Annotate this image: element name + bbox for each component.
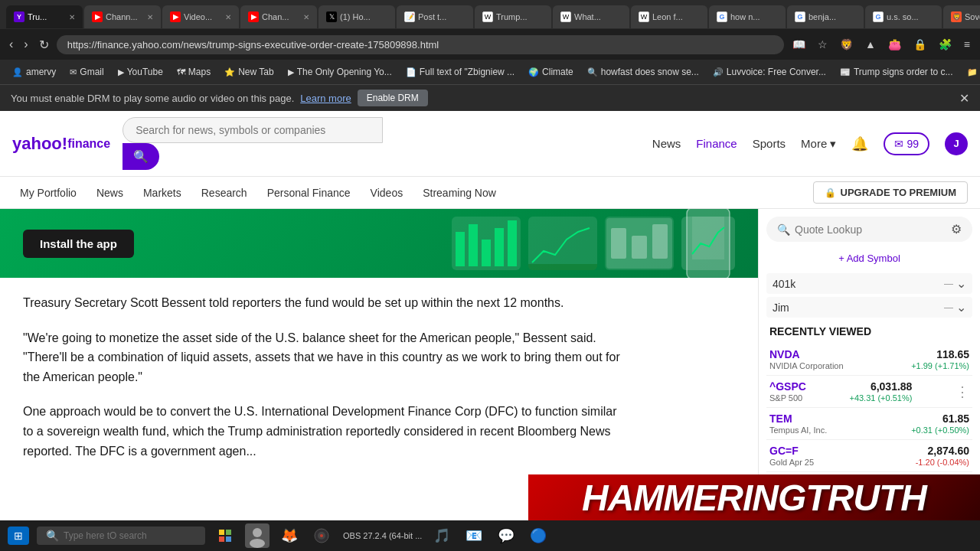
bookmark-trump[interactable]: 📰 Trump signs order to c... xyxy=(834,64,959,80)
taskbar-icon-explorer[interactable] xyxy=(213,523,237,548)
vpn-button[interactable]: 🔒 xyxy=(910,36,930,53)
taskbar-icon-spotify[interactable]: 🎵 xyxy=(430,523,454,548)
nav-more[interactable]: More ▾ xyxy=(801,137,836,151)
subnav-personal-finance[interactable]: Personal Finance xyxy=(260,184,358,202)
notifications-button[interactable]: 🔔 xyxy=(851,135,868,152)
brave-shield-button[interactable]: 🦁 xyxy=(836,36,857,53)
watchlist-expand-jim[interactable]: ⌄ xyxy=(956,300,966,315)
yahoo-logo[interactable]: yahoo! finance xyxy=(12,134,110,154)
wallet-button[interactable]: 👛 xyxy=(884,36,905,53)
bookmark-icon-amervy: 👤 xyxy=(12,67,23,77)
tab-9[interactable]: G how n... xyxy=(709,5,786,28)
user-avatar[interactable]: J xyxy=(945,132,968,155)
stock-more-icon-gspc[interactable]: ⋮ xyxy=(956,383,969,400)
upgrade-to-premium-button[interactable]: 🔒 UPGRADE TO PREMIUM xyxy=(813,181,968,204)
stock-item-tem[interactable]: TEM Tempus AI, Inc. 61.85 +0.31 (+0.50%) xyxy=(766,408,972,440)
bookmark-newtab[interactable]: ⭐ New Tab xyxy=(218,64,279,80)
subnav-portfolio[interactable]: My Portfolio xyxy=(12,184,84,202)
tab-6[interactable]: W Trump... xyxy=(475,5,551,28)
url-input[interactable] xyxy=(57,35,784,54)
subnav-streaming[interactable]: Streaming Now xyxy=(415,184,504,202)
svg-rect-15 xyxy=(226,536,231,542)
tab-3[interactable]: ▶ Chan... ✕ xyxy=(240,5,317,28)
search-input[interactable] xyxy=(122,117,383,143)
watchlist-expand-401k[interactable]: ⌄ xyxy=(956,276,966,291)
taskbar-icon-firefox[interactable]: 🦊 xyxy=(277,523,302,548)
bookmark-other[interactable]: 📁 Other Bookmarks xyxy=(961,64,980,80)
subnav-research[interactable]: Research xyxy=(194,184,255,202)
bookmark-gmail[interactable]: ✉ Gmail xyxy=(64,64,109,80)
install-app-button[interactable]: Install the app xyxy=(23,230,134,258)
article-paragraph-1: Treasury Secretary Scott Bessent told re… xyxy=(23,293,628,313)
taskbar-icon-skype[interactable]: 🔵 xyxy=(526,523,550,548)
tab-title-4: (1) Ho... xyxy=(340,12,387,21)
stock-name-gspc: S&P 500 xyxy=(769,393,806,403)
nav-news[interactable]: News xyxy=(652,137,681,150)
tab-close-active[interactable]: ✕ xyxy=(69,13,75,21)
tab-11[interactable]: G u.s. so... xyxy=(865,5,942,28)
tab-active[interactable]: Y Tru... ✕ xyxy=(6,5,83,28)
reader-mode-button[interactable]: 📖 xyxy=(789,36,809,53)
bookmark-youtube[interactable]: ▶ YouTube xyxy=(112,64,169,80)
extensions-button[interactable]: 🧩 xyxy=(935,36,956,53)
stock-info-tem: TEM Tempus AI, Inc. xyxy=(769,412,827,435)
drm-learn-link[interactable]: Learn more xyxy=(300,93,351,104)
tab-close-3[interactable]: ✕ xyxy=(303,13,309,21)
stock-item-nvda[interactable]: NVDA NVIDIA Corporation 118.65 +1.99 (+1… xyxy=(766,344,972,376)
watchlist-jim: Jim — ⌄ xyxy=(766,297,972,318)
price-nvda: 118.65 xyxy=(936,348,969,360)
tab-title-6: Trump... xyxy=(496,12,544,21)
quote-lookup-container: 🔍 ⚙ xyxy=(766,217,972,242)
bookmark-icon-other: 📁 xyxy=(967,67,978,77)
bookmark-fulltext[interactable]: 📄 Full text of "Zbigniew ... xyxy=(400,64,521,80)
bookmark-luvvoice[interactable]: 🔊 Luvvoice: Free Conver... xyxy=(707,64,832,80)
start-button[interactable]: ⊞ xyxy=(8,527,29,545)
bookmark-maps[interactable]: 🗺 Maps xyxy=(171,64,217,80)
drm-enable-button[interactable]: Enable DRM xyxy=(358,90,428,106)
bookmarks-bar: 👤 amervy ✉ Gmail ▶ YouTube 🗺 Maps ⭐ New … xyxy=(0,60,980,84)
bookmark-star-button[interactable]: ☆ xyxy=(814,36,831,53)
tab-7[interactable]: W What... xyxy=(553,5,629,28)
bookmark-howfast[interactable]: 🔍 howfast does snow se... xyxy=(581,64,705,80)
taskbar-icon-avatar[interactable] xyxy=(245,523,270,548)
drm-message: You must enable DRM to play some audio o… xyxy=(11,93,294,104)
mail-button[interactable]: ✉ 99 xyxy=(884,132,929,155)
tab-close-1[interactable]: ✕ xyxy=(147,13,153,21)
add-symbol-button[interactable]: + Add Symbol xyxy=(766,249,972,267)
nav-sports[interactable]: Sports xyxy=(753,137,786,150)
tab-2[interactable]: ▶ Video... ✕ xyxy=(162,5,239,28)
drm-close-button[interactable]: ✕ xyxy=(959,91,969,106)
back-button[interactable]: ‹ xyxy=(6,34,16,54)
stock-item-gspc[interactable]: ^GSPC S&P 500 6,031.88 +43.31 (+0.51%) ⋮ xyxy=(766,376,972,408)
stock-price-nvda: 118.65 +1.99 (+1.71%) xyxy=(911,348,969,370)
bookmark-amervy[interactable]: 👤 amervy xyxy=(6,64,62,80)
brave-rewards-button[interactable]: ▲ xyxy=(861,36,880,53)
tab-5[interactable]: 📝 Post t... xyxy=(397,5,473,28)
tab-close-2[interactable]: ✕ xyxy=(225,13,231,21)
subnav-markets[interactable]: Markets xyxy=(136,184,189,202)
subnav-videos[interactable]: Videos xyxy=(363,184,411,202)
tab-favicon-2: ▶ xyxy=(170,11,181,22)
bookmark-climate[interactable]: 🌍 Climate xyxy=(522,64,580,80)
taskbar-icon-mail[interactable]: 📧 xyxy=(462,523,486,548)
tab-4[interactable]: 𝕏 (1) Ho... xyxy=(318,5,395,28)
tab-1[interactable]: ▶ Chann... ✕ xyxy=(84,5,161,28)
quote-lookup-input[interactable] xyxy=(795,223,946,236)
stock-item-gcf[interactable]: GC=F Gold Apr 25 2,874.60 -1.20 (-0.04%) xyxy=(766,440,972,472)
menu-button[interactable]: ≡ xyxy=(960,36,974,53)
search-button[interactable]: 🔍 xyxy=(122,143,159,170)
taskbar-icon-discord[interactable]: 💬 xyxy=(494,523,518,548)
forward-button[interactable]: › xyxy=(21,34,31,54)
taskbar-icon-obs[interactable] xyxy=(309,523,334,548)
tab-12[interactable]: 🦁 Sover... xyxy=(943,5,980,28)
svg-rect-9 xyxy=(652,224,668,259)
svg-rect-7 xyxy=(611,228,626,259)
taskbar-search-input[interactable] xyxy=(64,530,171,541)
reload-button[interactable]: ↻ xyxy=(36,34,52,55)
nav-finance[interactable]: Finance xyxy=(696,137,737,150)
settings-icon[interactable]: ⚙ xyxy=(951,222,962,236)
tab-8[interactable]: W Leon f... xyxy=(631,5,707,28)
subnav-news[interactable]: News xyxy=(89,184,131,202)
bookmark-opening[interactable]: ▶ The Only Opening Yo... xyxy=(282,64,398,80)
tab-10[interactable]: G benja... xyxy=(787,5,864,28)
